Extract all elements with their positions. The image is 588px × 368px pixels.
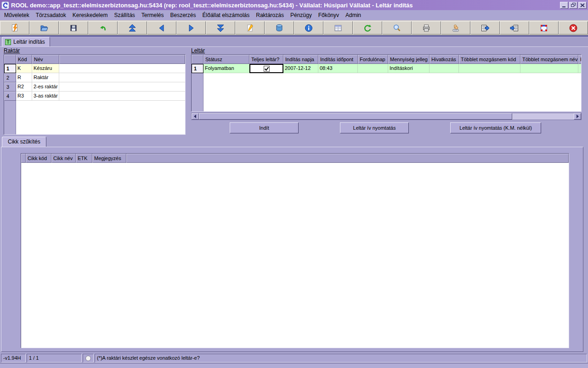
raktar-row-number[interactable]: 4 — [4, 92, 16, 101]
toolbar-button-refresh[interactable] — [353, 21, 382, 34]
database-icon — [275, 23, 284, 33]
toolbar-button-manual-input[interactable] — [441, 21, 470, 34]
raktar-corner-header[interactable] — [4, 55, 16, 64]
raktar-cell-nev[interactable]: 2-es raktár — [32, 82, 59, 92]
menu-item-torzsadatok[interactable]: Törzsadatok — [33, 11, 69, 20]
menu-item-beszerzes[interactable]: Beszerzés — [167, 11, 199, 20]
cikk-corner-header[interactable] — [21, 154, 26, 163]
leltar-cell-inditas-napja[interactable]: 2007-12-12 — [283, 64, 318, 73]
leltar-column-header-mennyiseg-jelleg[interactable]: Mennyiség jelleg — [388, 55, 430, 64]
leltar-cell-tobblet-mozgasnem-kod[interactable] — [459, 64, 520, 73]
leltar-cell-fordulonap[interactable] — [358, 64, 388, 73]
raktar-cell-kod[interactable]: R2 — [16, 82, 32, 92]
raktar-row-number[interactable]: 3 — [4, 82, 16, 92]
menu-item-raktarozas[interactable]: Raktározás — [253, 11, 287, 20]
raktar-cell-kod[interactable]: R — [16, 73, 32, 82]
toolbar-button-import-table[interactable] — [500, 21, 529, 34]
leltar-cell-clipped[interactable] — [578, 64, 582, 73]
leltar-cell-statusz[interactable]: Folyamatban — [204, 64, 249, 73]
toolbar-button-undo[interactable] — [88, 21, 118, 34]
raktar-table: Kód Név 1 K Készáru 2 R Raktár 3 R2 2-es… — [4, 54, 186, 135]
cikk-column-header-etk[interactable]: ETK — [76, 154, 92, 163]
leltar-cell-tobblet-mozgasnem-nev[interactable] — [520, 64, 578, 73]
cikk-column-header-cikk-kod[interactable]: Cikk kód — [26, 154, 51, 163]
scroll-left-arrow[interactable] — [192, 113, 199, 120]
scroll-right-icon — [576, 115, 579, 118]
leltar-column-header-hivatkozas[interactable]: Hivatkozás — [430, 55, 459, 64]
raktar-column-header-kod[interactable]: Kód — [16, 55, 32, 64]
toolbar-button-info[interactable] — [294, 21, 323, 34]
toolbar-button-next[interactable] — [176, 21, 206, 34]
leltar-column-header-inditas-napja[interactable]: Indítás napja — [283, 55, 318, 64]
leltar-section-label: Leltár — [191, 47, 205, 54]
scroll-right-arrow[interactable] — [574, 113, 581, 120]
toolbar-button-export-table[interactable] — [470, 21, 500, 34]
toolbar-button-exit[interactable] — [559, 21, 588, 34]
leltar-row-number[interactable]: 1 — [192, 64, 204, 73]
leltar-cell-hivatkozas[interactable] — [430, 64, 459, 73]
toolbar-button-document-lightning[interactable] — [0, 21, 29, 34]
menu-item-fokonyv[interactable]: Főkönyv — [315, 11, 342, 20]
raktar-row-4[interactable]: 4 R3 3-as raktár — [4, 92, 185, 101]
toolbar-button-previous[interactable] — [147, 21, 176, 34]
menu-item-penzugy[interactable]: Pénzügy — [287, 11, 315, 20]
raktar-column-header-nev[interactable]: Név — [32, 55, 59, 64]
toolbar-button-edit[interactable] — [235, 21, 265, 34]
menu-item-admin[interactable]: Admin — [342, 11, 364, 20]
toolbar-button-save[interactable] — [59, 21, 88, 34]
restore-button[interactable] — [569, 2, 577, 9]
tab-leltar-inditas[interactable]: T Leltár indítás — [2, 37, 50, 46]
raktar-cell-kod[interactable]: K — [16, 64, 32, 73]
toolbar-button-scroll-bottom[interactable] — [206, 21, 235, 34]
toolbar-button-form-window[interactable] — [323, 21, 353, 34]
leltar-column-header-tobblet-mozgasnem-nev[interactable]: Többlet mozgásnem név — [520, 55, 578, 64]
toolbar-button-screen[interactable] — [529, 21, 559, 34]
menu-item-muveletek[interactable]: Műveletek — [1, 11, 33, 20]
close-button[interactable] — [578, 2, 587, 9]
tab-cikk-szukites[interactable]: Cikk szűkítés — [2, 137, 46, 147]
leltar-column-header-tobblet-mozgasnem-kod[interactable]: Többlet mozgásnem kód — [459, 55, 520, 64]
toolbar-button-open[interactable] — [29, 21, 59, 34]
leltar-column-header-statusz[interactable]: Státusz — [204, 55, 249, 64]
raktar-row-number[interactable]: 2 — [4, 73, 16, 82]
toolbar-button-search[interactable] — [382, 21, 412, 34]
leltar-iv-nyomtatas-button[interactable]: Leltár ív nyomtatás — [340, 122, 409, 133]
leltar-column-header-clipped[interactable]: Hi — [578, 55, 582, 64]
toolbar-button-scroll-top[interactable] — [118, 21, 147, 34]
leltar-cell-inditas-idopont[interactable]: 08:43 — [318, 64, 358, 73]
indit-button[interactable]: Indít — [230, 122, 299, 133]
raktar-row-2[interactable]: 2 R Raktár — [4, 73, 185, 82]
raktar-header-row: Kód Név — [4, 55, 185, 64]
minimize-button[interactable] — [560, 2, 568, 9]
toolbar-button-print[interactable] — [412, 21, 441, 34]
raktar-cell-nev[interactable]: Raktár — [32, 73, 59, 82]
raktar-cell-nev[interactable]: Készáru — [32, 64, 59, 73]
leltar-row-1[interactable]: 1 Folyamatban 2007-12-12 08:43 Indításko… — [192, 64, 581, 73]
leltar-cell-mennyiseg-jelleg[interactable]: Indításkori — [388, 64, 430, 73]
left-arrow-icon — [157, 23, 166, 33]
raktar-cell-nev[interactable]: 3-as raktár — [32, 92, 59, 101]
leltar-iv-nyomtatas-km-nelkul-button[interactable]: Leltár ív nyomtatás (K.M. nélkül) — [450, 122, 541, 133]
toolbar-button-database[interactable] — [265, 21, 294, 34]
menu-item-eloallat-elszamolas[interactable]: Élőállat elszámolás — [199, 11, 253, 20]
teljes-leltar-checkbox[interactable] — [264, 66, 270, 72]
menu-item-szallitas[interactable]: Szállítás — [111, 11, 138, 20]
leltar-column-header-teljes-leltar[interactable]: Teljes leltár? — [249, 55, 283, 64]
leltar-corner-header[interactable] — [192, 55, 204, 64]
raktar-row-1[interactable]: 1 K Készáru — [4, 64, 185, 73]
menu-item-kereskedelem[interactable]: Kereskedelem — [69, 11, 111, 20]
leltar-cell-teljes-leltar[interactable] — [249, 64, 283, 73]
leltar-column-header-fordulonap[interactable]: Fordulónap — [358, 55, 388, 64]
menu-item-termeles[interactable]: Termelés — [138, 11, 167, 20]
import-table-icon — [510, 23, 519, 33]
cikk-column-header-cikk-nev[interactable]: Cikk név — [51, 154, 76, 163]
leltar-column-header-inditas-idopont[interactable]: Indítás időpont — [318, 55, 358, 64]
raktar-row-3[interactable]: 3 R2 2-es raktár — [4, 82, 185, 92]
window-bottom-border — [0, 363, 588, 368]
cikk-column-header-megjegyzes[interactable]: Megjegyzés — [92, 154, 126, 163]
scrollbar-track[interactable] — [512, 113, 574, 120]
raktar-row-number[interactable]: 1 — [4, 64, 16, 73]
scrollbar-thumb[interactable] — [199, 113, 512, 120]
leltar-horizontal-scrollbar[interactable] — [191, 113, 582, 120]
raktar-cell-kod[interactable]: R3 — [16, 92, 32, 101]
